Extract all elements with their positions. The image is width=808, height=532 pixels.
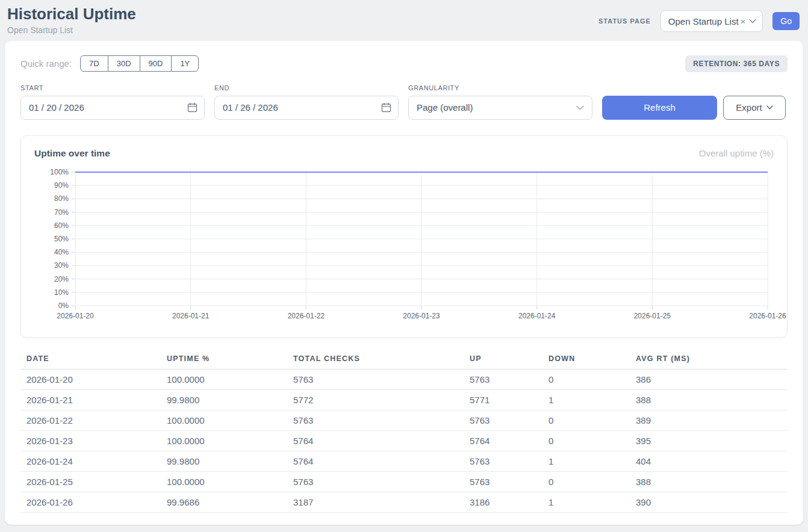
main-card: Quick range: 7D 30D 90D 1Y RETENTION: 36… <box>5 41 803 525</box>
table-cell: 5764 <box>470 430 549 451</box>
table-cell: 1 <box>549 492 636 512</box>
table-cell: 0 <box>549 430 636 451</box>
table-row: 2026-01-2499.9800576457631404 <box>20 451 788 471</box>
calendar-icon[interactable] <box>187 102 197 113</box>
table-cell: 404 <box>636 451 788 471</box>
quick-range-1y[interactable]: 1Y <box>171 55 199 72</box>
status-page-select-value: Open Startup List <box>668 16 739 26</box>
x-tick-label: 2026-01-22 <box>288 312 325 320</box>
table-cell: 99.9686 <box>167 492 293 512</box>
y-tick-label: 0% <box>58 302 69 310</box>
end-field-group: END <box>214 84 399 120</box>
refresh-button[interactable]: Refresh <box>602 96 717 120</box>
uptime-table: DATEUPTIME %TOTAL CHECKSUPDOWNAVG RT (MS… <box>20 352 788 513</box>
table-cell: 100.0000 <box>167 369 293 389</box>
table-cell: 389 <box>636 410 788 430</box>
clear-icon[interactable]: × <box>741 17 746 26</box>
quick-range-row: Quick range: 7D 30D 90D 1Y RETENTION: 36… <box>20 55 788 72</box>
table-cell: 5763 <box>293 471 470 492</box>
y-tick-label: 30% <box>54 261 69 270</box>
y-tick-label: 70% <box>54 208 69 216</box>
table-cell: 2026-01-22 <box>20 410 167 430</box>
export-button[interactable]: Export <box>723 96 786 120</box>
table-cell: 0 <box>549 369 636 389</box>
y-tick-label: 100% <box>50 168 69 176</box>
table-cell: 5763 <box>470 369 549 389</box>
uptime-chart: 0%10%20%30%40%50%60%70%80%90%100%2026-01… <box>34 162 775 324</box>
table-cell: 5771 <box>470 389 549 410</box>
quick-range-30d[interactable]: 30D <box>108 55 140 72</box>
table-cell: 390 <box>636 492 788 512</box>
chevron-down-icon <box>749 19 756 23</box>
table-cell: 5763 <box>470 471 549 492</box>
table-cell: 388 <box>636 471 788 492</box>
table-cell: 99.9800 <box>167 389 293 410</box>
table-column-header: DATE <box>20 352 167 370</box>
title-block: Historical Uptime Open Startup List <box>7 5 136 35</box>
quick-range-group: 7D 30D 90D 1Y <box>80 55 199 72</box>
go-button[interactable]: Go <box>772 12 800 30</box>
x-tick-label: 2026-01-21 <box>172 312 210 320</box>
x-tick-label: 2026-01-23 <box>403 312 440 320</box>
chart-header: Uptime over time Overall uptime (%) <box>34 148 774 159</box>
calendar-icon[interactable] <box>381 102 391 113</box>
chart-card: Uptime over time Overall uptime (%) 0%10… <box>20 135 788 338</box>
table-cell: 3186 <box>470 492 549 512</box>
y-tick-label: 50% <box>54 235 69 243</box>
table-row: 2026-01-2199.9800577257711388 <box>20 389 788 410</box>
table-cell: 100.0000 <box>167 410 293 430</box>
quick-range-label: Quick range: <box>20 58 72 69</box>
table-column-header: UPTIME % <box>167 352 293 370</box>
x-tick-label: 2026-01-20 <box>57 312 94 320</box>
quick-range-90d[interactable]: 90D <box>140 55 172 72</box>
table-cell: 5763 <box>293 369 470 389</box>
granularity-label: GRANULARITY <box>408 84 592 91</box>
page-subtitle: Open Startup List <box>7 25 136 35</box>
y-tick-label: 20% <box>54 274 69 283</box>
filters-row: START END GRANULARITY Page (overall) Ref… <box>20 84 788 120</box>
end-date-input[interactable] <box>214 96 399 120</box>
start-label: START <box>20 84 205 91</box>
table-cell: 388 <box>636 389 788 410</box>
table-cell: 395 <box>636 430 788 451</box>
start-date-input[interactable] <box>20 96 205 120</box>
table-cell: 5764 <box>293 430 470 451</box>
table-cell: 2026-01-25 <box>20 471 167 492</box>
table-cell: 386 <box>636 369 788 389</box>
chart-title: Uptime over time <box>34 148 110 159</box>
table-cell: 1 <box>549 451 636 471</box>
y-tick-label: 80% <box>54 194 69 203</box>
page-title: Historical Uptime <box>7 5 136 23</box>
x-tick-label: 2026-01-24 <box>518 312 556 320</box>
table-row: 2026-01-22100.0000576357630389 <box>20 410 788 430</box>
topbar: Historical Uptime Open Startup List STAT… <box>0 0 808 35</box>
table-column-header: TOTAL CHECKS <box>293 352 470 370</box>
uptime-chart-svg: 0%10%20%30%40%50%60%70%80%90%100%2026-01… <box>34 162 775 321</box>
quick-range-7d[interactable]: 7D <box>80 55 108 72</box>
y-tick-label: 60% <box>54 221 69 230</box>
table-header-row: DATEUPTIME %TOTAL CHECKSUPDOWNAVG RT (MS… <box>20 352 788 370</box>
table-column-header: UP <box>470 352 549 370</box>
table-cell: 1 <box>549 389 636 410</box>
table-cell: 2026-01-24 <box>20 451 167 471</box>
table-cell: 5772 <box>293 389 470 410</box>
y-tick-label: 10% <box>54 288 69 297</box>
granularity-select[interactable]: Page (overall) <box>408 96 592 120</box>
chevron-down-icon <box>766 105 773 110</box>
table-row: 2026-01-25100.0000576357630388 <box>20 471 788 492</box>
start-field-group: START <box>20 84 205 120</box>
x-tick-label: 2026-01-25 <box>634 312 671 320</box>
y-tick-label: 90% <box>54 181 69 190</box>
table-cell: 5763 <box>470 451 549 471</box>
table-cell: 2026-01-20 <box>20 369 167 389</box>
table-cell: 2026-01-21 <box>20 389 167 410</box>
table-cell: 100.0000 <box>167 471 293 492</box>
table-row: 2026-01-2699.9686318731861390 <box>20 492 788 512</box>
retention-badge: RETENTION: 365 DAYS <box>685 55 788 72</box>
table-cell: 2026-01-26 <box>20 492 167 512</box>
table-cell: 3187 <box>293 492 470 512</box>
status-page-select[interactable]: Open Startup List × <box>660 10 763 32</box>
topbar-right: STATUS PAGE Open Startup List × Go <box>598 10 800 32</box>
table-cell: 100.0000 <box>167 430 293 451</box>
granularity-select-value: Page (overall) <box>417 102 473 113</box>
